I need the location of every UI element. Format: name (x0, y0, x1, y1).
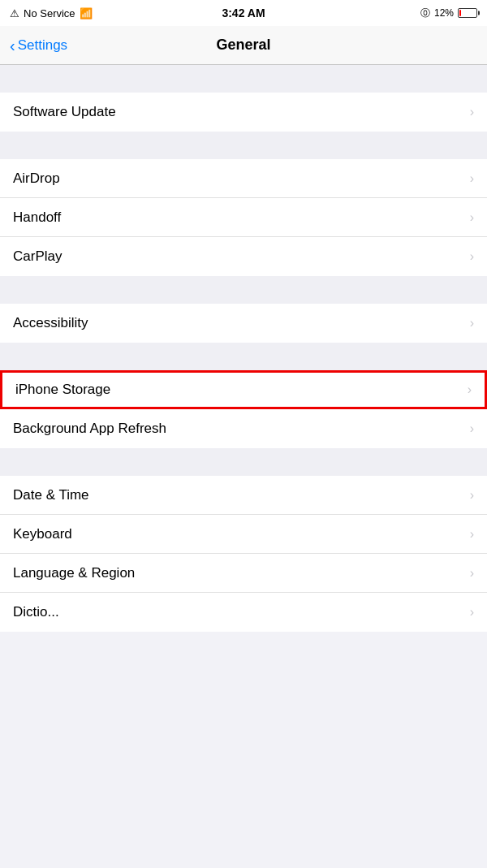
language-region-label: Language & Region (13, 565, 135, 581)
section-gap-3 (0, 343, 487, 370)
list-item-accessibility[interactable]: Accessibility › (0, 304, 487, 343)
group-airdrop: AirDrop › Handoff › CarPlay › (0, 159, 487, 276)
list-item-software-update[interactable]: Software Update › (0, 93, 487, 132)
status-time: 3:42 AM (222, 6, 265, 19)
list-item-dictionary[interactable]: Dictio... › (0, 593, 487, 632)
chevron-icon: › (470, 566, 474, 581)
section-gap-top (0, 65, 487, 93)
chevron-icon: › (470, 249, 474, 264)
chevron-icon: › (470, 605, 474, 620)
group-datetime: Date & Time › Keyboard › Language & Regi… (0, 476, 487, 632)
group-accessibility: Accessibility › (0, 304, 487, 343)
date-time-label: Date & Time (13, 487, 89, 503)
chevron-icon: › (470, 421, 474, 436)
back-chevron-icon: ‹ (10, 37, 15, 54)
wifi-icon: 📶 (80, 7, 93, 19)
battery-indicator (458, 8, 477, 18)
battery-fill (459, 10, 461, 16)
chevron-icon: › (470, 527, 474, 542)
no-service-label: No Service (24, 7, 75, 19)
nav-bar: ‹ Settings General (0, 26, 487, 65)
location-icon: ⓪ (420, 6, 430, 20)
section-gap-2 (0, 276, 487, 304)
list-item-airdrop[interactable]: AirDrop › (0, 159, 487, 198)
list-item-background-app-refresh[interactable]: Background App Refresh › (0, 409, 487, 448)
accessibility-label: Accessibility (13, 315, 88, 331)
software-update-label: Software Update (13, 104, 116, 120)
warning-icon: ⚠ (10, 7, 19, 19)
status-right: ⓪ 12% (420, 6, 477, 20)
status-left: ⚠ No Service 📶 (10, 7, 93, 19)
back-button[interactable]: ‹ Settings (10, 37, 67, 54)
list-item-iphone-storage[interactable]: iPhone Storage › (0, 370, 487, 409)
battery-percent: 12% (434, 7, 454, 19)
list-item-language-region[interactable]: Language & Region › (0, 554, 487, 593)
list-item-keyboard[interactable]: Keyboard › (0, 515, 487, 554)
list-item-date-time[interactable]: Date & Time › (0, 476, 487, 515)
back-label: Settings (18, 37, 67, 54)
handoff-label: Handoff (13, 209, 61, 226)
dictionary-label: Dictio... (13, 604, 59, 620)
chevron-icon: › (468, 382, 472, 397)
page-title: General (216, 37, 270, 54)
background-app-refresh-label: Background App Refresh (13, 421, 166, 437)
status-bar: ⚠ No Service 📶 3:42 AM ⓪ 12% (0, 0, 487, 26)
group-storage: iPhone Storage › Background App Refresh … (0, 370, 487, 448)
battery-box (458, 8, 477, 18)
list-item-handoff[interactable]: Handoff › (0, 198, 487, 237)
chevron-icon: › (470, 171, 474, 186)
section-gap-1 (0, 132, 487, 159)
chevron-icon: › (470, 210, 474, 225)
chevron-icon: › (470, 488, 474, 503)
section-gap-4 (0, 448, 487, 476)
airdrop-label: AirDrop (13, 171, 60, 187)
chevron-icon: › (470, 105, 474, 119)
iphone-storage-label: iPhone Storage (15, 382, 110, 398)
group-software: Software Update › (0, 93, 487, 132)
keyboard-label: Keyboard (13, 526, 72, 542)
chevron-icon: › (470, 316, 474, 330)
carplay-label: CarPlay (13, 248, 62, 265)
list-item-carplay[interactable]: CarPlay › (0, 237, 487, 276)
